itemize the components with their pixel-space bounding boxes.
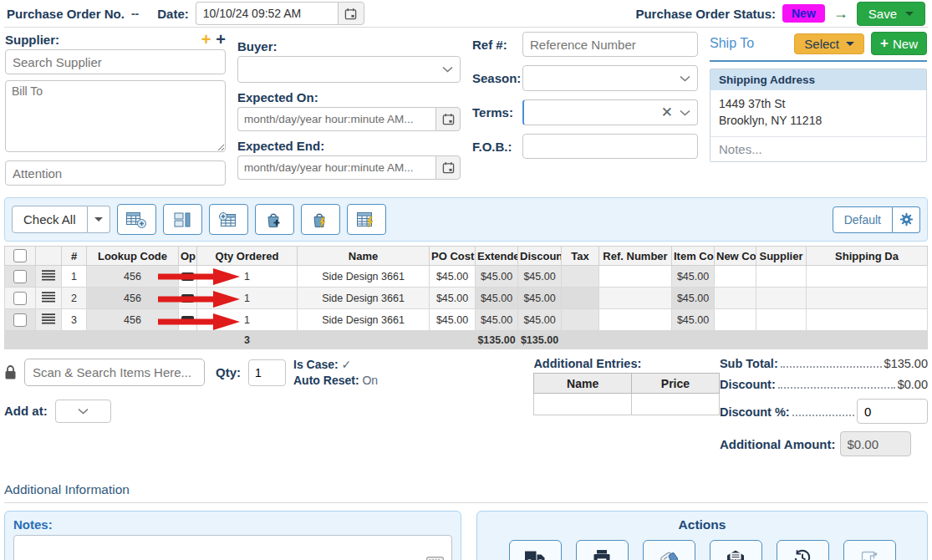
date-input[interactable]	[196, 2, 338, 25]
quick-bag-button[interactable]	[301, 204, 340, 235]
col-op[interactable]: Op	[179, 247, 197, 266]
ref-label: Ref #:	[472, 38, 522, 52]
print-button[interactable]	[576, 540, 629, 560]
add-bag-button[interactable]	[255, 204, 294, 235]
table-add-icon	[125, 211, 147, 229]
expected-end-label: Expected End:	[237, 139, 461, 153]
additional-amount-input[interactable]	[840, 431, 911, 456]
additional-information-title: Additional Information	[4, 482, 928, 497]
attention-input[interactable]	[5, 160, 226, 186]
row-checkbox[interactable]	[13, 270, 27, 283]
col-lookup-code[interactable]: Lookup Code	[87, 247, 179, 266]
ship-button[interactable]	[509, 540, 562, 560]
op-cell[interactable]	[179, 288, 197, 309]
sewing-machine-button[interactable]	[843, 540, 896, 560]
row-checkbox[interactable]	[13, 292, 27, 305]
status-arrow-icon: →	[833, 5, 848, 23]
ship-to-new-button[interactable]: + New	[871, 32, 927, 55]
col-extended[interactable]: Extende	[476, 247, 518, 266]
select-all-checkbox[interactable]	[13, 249, 27, 262]
terms-combobox[interactable]: ✕	[522, 99, 698, 125]
quick-table-button[interactable]	[347, 204, 386, 235]
col-item-cost[interactable]: Item Cos	[672, 247, 715, 266]
row-menu-cell[interactable]	[36, 266, 62, 288]
check-all-dropdown-button[interactable]	[88, 206, 110, 233]
discount-pct-input[interactable]	[857, 399, 928, 424]
keyboard-icon[interactable]	[426, 557, 444, 560]
shipping-address-body: 1449 37th St Brooklyn, NY 11218	[710, 90, 926, 136]
email-button[interactable]	[710, 540, 762, 560]
fob-input[interactable]	[522, 134, 698, 159]
clear-icon[interactable]: ✕	[661, 105, 673, 120]
ship-to-select-button[interactable]: Select	[794, 33, 864, 54]
qty-input[interactable]	[248, 359, 286, 386]
col-name[interactable]: Name	[298, 247, 430, 266]
additional-entries-title: Additional Entries:	[533, 357, 720, 370]
expected-on-label: Expected On:	[237, 90, 461, 104]
date-calendar-button[interactable]	[338, 2, 364, 25]
check-all-button[interactable]: Check All	[12, 206, 88, 233]
add-supplier-icon[interactable]: +	[216, 32, 226, 47]
totals-section: Sub Total: $135.00 Discount: $0.00 Disco…	[720, 357, 928, 464]
history-button[interactable]	[777, 540, 829, 560]
entries-empty-row[interactable]	[534, 394, 720, 415]
buyer-select[interactable]	[237, 56, 461, 83]
expected-on-calendar-button[interactable]	[435, 107, 461, 131]
col-shipping-date[interactable]: Shipping Da	[807, 247, 928, 266]
row-menu-cell[interactable]	[36, 288, 62, 309]
split-columns-button[interactable]	[163, 204, 202, 235]
entries-name-header: Name	[534, 374, 632, 394]
op-button[interactable]	[181, 272, 194, 281]
add-at-select[interactable]	[55, 400, 111, 423]
reference-number-input[interactable]	[522, 32, 698, 57]
row-checkbox[interactable]	[13, 313, 27, 327]
op-button[interactable]	[181, 294, 194, 303]
col-po-cost[interactable]: PO Cost	[430, 247, 476, 266]
select-all-header[interactable]	[5, 247, 36, 266]
supplier-section: Supplier: + +	[5, 32, 226, 186]
auto-reset-value[interactable]: On	[362, 374, 378, 387]
default-view-button[interactable]: Default	[833, 206, 893, 233]
items-grid: # Lookup Code Op Qty Ordered Name PO Cos…	[4, 246, 928, 349]
terms-label: Terms:	[472, 105, 522, 120]
ship-to-title[interactable]: Ship To	[710, 36, 754, 51]
po-number-value: --	[131, 7, 139, 20]
col-new-cost[interactable]: New Cos	[715, 247, 756, 266]
save-button[interactable]: Save	[857, 2, 925, 26]
bag-flash-icon	[310, 211, 330, 229]
po-details-section: Ref #: Season: Terms: ✕ F.O.B.:	[472, 32, 698, 186]
col-discount[interactable]: Discoun	[518, 247, 562, 266]
add-row-button[interactable]	[117, 204, 156, 235]
is-case-check[interactable]: ✓	[342, 358, 352, 371]
expected-on-input[interactable]	[237, 107, 435, 131]
row-menu-icon	[41, 270, 56, 281]
op-button[interactable]	[181, 316, 194, 324]
expected-end-input[interactable]	[237, 155, 435, 180]
op-cell[interactable]	[179, 266, 197, 288]
po-header-form: Supplier: + + Buyer: Expected On: Expect…	[4, 28, 928, 192]
split-columns-icon	[172, 211, 192, 229]
ship-to-divider	[710, 60, 927, 62]
insert-table-button[interactable]	[209, 204, 248, 235]
season-select[interactable]	[522, 65, 698, 91]
chevron-down-icon	[680, 109, 690, 116]
col-number[interactable]: #	[62, 247, 87, 266]
lock-icon	[4, 364, 17, 380]
op-cell[interactable]	[179, 309, 197, 331]
label-gun-icon	[659, 548, 679, 560]
scan-search-input[interactable]	[24, 359, 205, 386]
quick-add-supplier-icon[interactable]: +	[201, 32, 211, 47]
bill-to-textarea[interactable]	[5, 80, 226, 152]
grid-settings-button[interactable]	[893, 206, 920, 233]
print-labels-button[interactable]	[643, 540, 695, 560]
search-supplier-input[interactable]	[5, 49, 226, 74]
col-qty-ordered[interactable]: Qty Ordered	[197, 247, 298, 266]
notes-textarea[interactable]	[13, 535, 452, 560]
row-menu-cell[interactable]	[36, 309, 62, 331]
col-supplier[interactable]: Supplier	[756, 247, 807, 266]
col-tax[interactable]: Tax	[562, 247, 599, 266]
season-label: Season:	[472, 71, 522, 85]
ship-to-notes[interactable]: Notes...	[710, 136, 926, 161]
col-ref-number[interactable]: Ref. Number	[599, 247, 672, 266]
expected-end-calendar-button[interactable]	[435, 155, 461, 180]
